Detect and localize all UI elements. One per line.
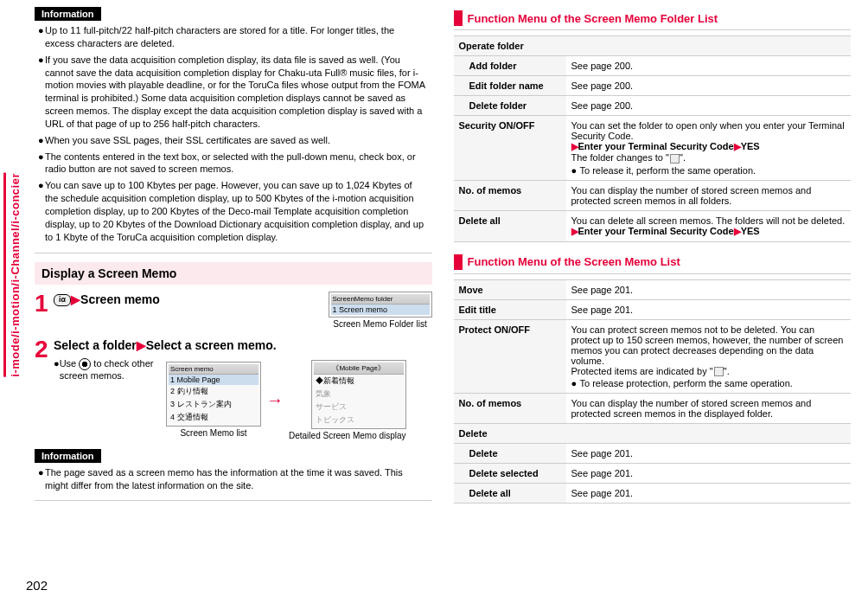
table-row: Delete selectedSee page 201. <box>454 464 852 484</box>
info-bullet: ●When you save SSL pages, their SSL cert… <box>38 134 425 147</box>
step-2: 2 Select a folder▶Select a screen memo. … <box>35 337 432 440</box>
section-heading-display-screen-memo: Display a Screen Memo <box>35 262 432 285</box>
table-row: Edit folder nameSee page 200. <box>454 76 852 96</box>
detailed-screen-memo-caption: Detailed Screen Memo display <box>289 431 406 440</box>
table-row: Protect ON/OFF You can protect screen me… <box>454 319 852 394</box>
table-row: DeleteSee page 201. <box>454 444 852 464</box>
folder-lock-icon <box>670 154 680 164</box>
info-bullet: ●You can save up to 100 Kbytes per page.… <box>38 179 425 243</box>
step-1: 1 iα▶Screen memo ScreenMemo folder 1 Scr… <box>35 292 432 329</box>
function-menu-folder-list-heading: Function Menu of the Screen Memo Folder … <box>454 10 852 30</box>
info-bullet: ●If you save the data acquisition comple… <box>38 54 425 131</box>
i-alpha-key-icon: iα <box>54 294 71 306</box>
table-row: Delete allSee page 201. <box>454 484 852 504</box>
right-column: Function Menu of the Screen Memo Folder … <box>454 7 852 510</box>
page-number: 202 <box>26 578 48 593</box>
red-square-icon <box>454 254 463 270</box>
screen-memo-list-caption: Screen Memo list <box>166 428 261 438</box>
information-box-2: Information ●The page saved as a screen … <box>35 449 432 502</box>
delete-group: Delete <box>454 424 852 444</box>
step-note: ● Use to check other screen memos. <box>54 358 157 381</box>
function-menu-memo-list-heading: Function Menu of the Screen Memo List <box>454 254 852 274</box>
info-bullet: ●The contents entered in the text box, o… <box>38 151 425 176</box>
screen-memo-list-screenshot: Screen memo 1 Mobile Page 2 釣り情報 3 レストラン… <box>166 362 261 427</box>
table-row: MoveSee page 201. <box>454 279 852 299</box>
table-row: No. of memosYou can display the number o… <box>454 394 852 424</box>
step-2-title: Select a folder▶Select a screen memo. <box>54 337 432 353</box>
screen-memo-folder-screenshot: ScreenMemo folder 1 Screen memo <box>329 292 432 318</box>
dpad-icon <box>79 358 91 370</box>
folder-list-function-table: Operate folder Add folderSee page 200. E… <box>454 35 852 242</box>
detailed-screen-memo-screenshot: 《Mobile Page》 ◆新着情報 気象 サービス トピックス <box>311 360 406 429</box>
protect-icon <box>714 367 724 376</box>
step-1-title: iα▶Screen memo <box>54 292 160 329</box>
table-row: Security ON/OFF You can set the folder t… <box>454 116 852 181</box>
side-tab: i-mode/i-motion/i-Channel/i-concier <box>3 173 22 377</box>
screen-memo-folder-caption: Screen Memo Folder list <box>329 319 432 329</box>
info-bullet: ●The page saved as a screen memo has the… <box>38 466 425 492</box>
information-label: Information <box>35 449 101 463</box>
table-row: Add folderSee page 200. <box>454 56 852 76</box>
operate-folder-group: Operate folder <box>454 36 852 56</box>
info-bullet: ●Up to 11 full-pitch/22 half-pitch chara… <box>38 24 425 50</box>
left-column: Information ●Up to 11 full-pitch/22 half… <box>35 7 432 510</box>
step-number-2: 2 <box>35 337 54 440</box>
information-label: Information <box>35 7 101 21</box>
table-row: Delete all You can delete all screen mem… <box>454 210 852 241</box>
table-row: No. of memosYou can display the number o… <box>454 180 852 210</box>
table-row: Delete folderSee page 200. <box>454 96 852 116</box>
step-number-1: 1 <box>35 292 54 329</box>
memo-list-function-table: MoveSee page 201. Edit titleSee page 201… <box>454 279 852 504</box>
red-square-icon <box>454 10 463 26</box>
table-row: Edit titleSee page 201. <box>454 299 852 319</box>
information-box-1: Information ●Up to 11 full-pitch/22 half… <box>35 7 432 253</box>
arrow-right-icon: → <box>266 390 284 410</box>
